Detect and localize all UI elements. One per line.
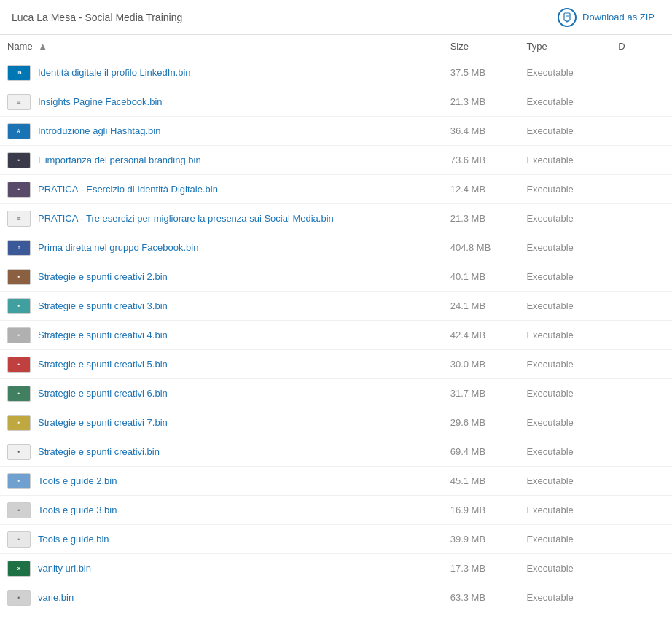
download-zip-button[interactable]: Download as ZIP <box>552 5 660 30</box>
table-header-row: Name ▲ Size Type D <box>0 35 672 58</box>
file-name-link[interactable]: PRATICA - Tre esercizi per migliorare la… <box>38 213 334 224</box>
file-name-link[interactable]: Strategie e spunti creativi 3.bin <box>38 300 168 311</box>
file-size: 37.5 MB <box>450 67 485 78</box>
file-size: 21.3 MB <box>450 213 485 224</box>
file-thumbnail: ▪ <box>7 386 31 402</box>
file-date <box>611 292 672 321</box>
table-row: ▪PRATICA - Esercizio di Identità Digital… <box>0 175 672 204</box>
file-row-name-2: ≡Insights Pagine Facebook.bin <box>7 94 436 110</box>
file-name-link[interactable]: Tools e guide 2.bin <box>38 475 117 486</box>
file-name-link[interactable]: Tools e guide.bin <box>38 534 109 545</box>
table-row: ≡Insights Pagine Facebook.bin21.3 MBExec… <box>0 87 672 117</box>
file-name-link[interactable]: Strategie e spunti creativi 5.bin <box>38 359 168 370</box>
table-row: ▪varie.bin63.3 MBExecutable <box>0 583 672 612</box>
file-name-link[interactable]: Tools e guide 3.bin <box>38 505 117 515</box>
file-row-name-10: ▪Strategie e spunti creativi 4.bin <box>7 327 436 343</box>
file-size: 30.0 MB <box>450 359 485 370</box>
file-type: Executable <box>526 505 573 515</box>
table-row: ▪L'importanza del personal branding.bin7… <box>0 146 672 175</box>
file-size: 40.1 MB <box>450 271 485 282</box>
file-name-link[interactable]: varie.bin <box>38 592 74 603</box>
table-row: ≡PRATICA - Tre esercizi per migliorare l… <box>0 204 672 233</box>
file-size: 42.4 MB <box>450 330 485 340</box>
file-thumbnail: ▪ <box>7 269 31 285</box>
table-row: ▪Strategie e spunti creativi 5.bin30.0 M… <box>0 350 672 379</box>
table-row: ▪Strategie e spunti creativi.bin69.4 MBE… <box>0 437 672 467</box>
file-name-link[interactable]: Insights Pagine Facebook.bin <box>38 96 163 107</box>
file-name-link[interactable]: vanity url.bin <box>38 563 91 574</box>
file-type: Executable <box>526 359 573 370</box>
file-row-name-9: ▪Strategie e spunti creativi 3.bin <box>7 298 436 314</box>
file-thumbnail: ▪ <box>7 357 31 373</box>
col-header-name[interactable]: Name ▲ <box>0 35 443 58</box>
file-type: Executable <box>526 592 573 603</box>
file-thumbnail: ▪ <box>7 182 31 198</box>
table-row: fPrima diretta nel gruppo Facebook.bin40… <box>0 233 672 262</box>
table-row: ▪Strategie e spunti creativi 3.bin24.1 M… <box>0 292 672 321</box>
file-type: Executable <box>526 213 573 224</box>
file-thumbnail: ▪ <box>7 444 31 460</box>
sort-arrow-name: ▲ <box>38 41 47 52</box>
file-date <box>611 583 672 612</box>
file-row-name-8: ▪Strategie e spunti creativi 2.bin <box>7 269 436 285</box>
file-row-name-6: ≡PRATICA - Tre esercizi per migliorare l… <box>7 211 436 227</box>
file-name-link[interactable]: Strategie e spunti creativi 2.bin <box>38 271 168 282</box>
file-name-link[interactable]: Strategie e spunti creativi 6.bin <box>38 388 168 399</box>
file-row-name-1: inIdentità digitale il profilo LinkedIn.… <box>7 65 436 81</box>
file-thumbnail: ≡ <box>7 211 31 227</box>
file-thumbnail: ≡ <box>7 94 31 110</box>
file-date <box>611 321 672 350</box>
file-type: Executable <box>526 271 573 282</box>
file-date <box>611 408 672 437</box>
file-date <box>611 379 672 408</box>
file-size: 73.6 MB <box>450 155 485 165</box>
table-row: ▪Tools e guide 2.bin45.1 MBExecutable <box>0 467 672 496</box>
file-size: 21.3 MB <box>450 96 485 107</box>
file-row-name-15: ▪Tools e guide 2.bin <box>7 473 436 489</box>
file-name-link[interactable]: Identità digitale il profilo LinkedIn.bi… <box>38 67 191 78</box>
file-thumbnail: in <box>7 65 31 81</box>
file-size: 69.4 MB <box>450 446 485 457</box>
file-date <box>611 117 672 146</box>
file-date <box>611 233 672 262</box>
file-name-link[interactable]: Introduzione agli Hashtag.bin <box>38 125 160 136</box>
table-row: ▪Tools e guide 3.bin16.9 MBExecutable <box>0 496 672 525</box>
file-thumbnail: ▪ <box>7 531 31 548</box>
zip-icon <box>558 8 577 27</box>
table-row: inIdentità digitale il profilo LinkedIn.… <box>0 58 672 87</box>
file-name-link[interactable]: Strategie e spunti creativi 7.bin <box>38 417 168 428</box>
file-row-name-18: xvanity url.bin <box>7 561 436 577</box>
table-row: ▪Strategie e spunti creativi 2.bin40.1 M… <box>0 262 672 292</box>
file-size: 24.1 MB <box>450 300 485 311</box>
col-header-size: Size <box>443 35 520 58</box>
file-date <box>611 204 672 233</box>
table-row: #Introduzione agli Hashtag.bin36.4 MBExe… <box>0 117 672 146</box>
file-name-link[interactable]: PRATICA - Esercizio di Identità Digitale… <box>38 184 218 195</box>
file-type: Executable <box>526 475 573 486</box>
page-header: Luca La Mesa - Social Media Training Dow… <box>0 0 672 35</box>
file-date <box>611 525 672 554</box>
file-name-link[interactable]: Strategie e spunti creativi.bin <box>38 446 160 457</box>
file-name-link[interactable]: Strategie e spunti creativi 4.bin <box>38 330 168 340</box>
file-thumbnail: ▪ <box>7 152 31 168</box>
file-type: Executable <box>526 563 573 574</box>
file-type: Executable <box>526 184 573 195</box>
file-date <box>611 87 672 117</box>
file-date <box>611 262 672 292</box>
file-row-name-13: ▪Strategie e spunti creativi 7.bin <box>7 415 436 431</box>
file-name-link[interactable]: L'importanza del personal branding.bin <box>38 155 201 165</box>
file-size: 29.6 MB <box>450 417 485 428</box>
file-thumbnail: ▪ <box>7 473 31 489</box>
file-thumbnail: ▪ <box>7 415 31 431</box>
file-type: Executable <box>526 388 573 399</box>
file-row-name-4: ▪L'importanza del personal branding.bin <box>7 152 436 168</box>
table-row: ▪Strategie e spunti creativi 7.bin29.6 M… <box>0 408 672 437</box>
file-date <box>611 467 672 496</box>
file-size: 45.1 MB <box>450 475 485 486</box>
file-size: 36.4 MB <box>450 125 485 136</box>
file-size: 31.7 MB <box>450 388 485 399</box>
file-date <box>611 58 672 87</box>
col-header-type: Type <box>519 35 611 58</box>
file-name-link[interactable]: Prima diretta nel gruppo Facebook.bin <box>38 242 198 253</box>
file-type: Executable <box>526 242 573 253</box>
